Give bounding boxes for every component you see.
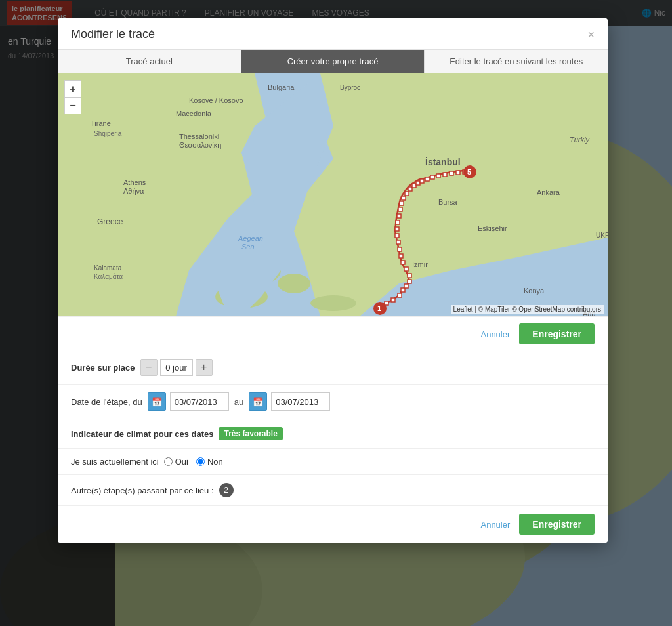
svg-text:1: 1 <box>377 304 381 312</box>
radio-group: Oui Non <box>164 457 223 467</box>
svg-rect-63 <box>425 177 429 181</box>
date-separator: au <box>234 397 243 407</box>
svg-text:Thessaloniki: Thessaloniki <box>179 133 219 140</box>
svg-point-11 <box>310 295 356 311</box>
svg-rect-55 <box>398 207 402 211</box>
map-footer: Annuler Enregistrer <box>58 316 608 351</box>
svg-rect-44 <box>408 280 411 283</box>
svg-rect-45 <box>408 274 411 278</box>
tab-routes[interactable]: Editer le tracé en suivant les routes <box>425 50 608 73</box>
map-attribution: Leaflet | © MapTiler © OpenStreetMap con… <box>451 305 604 314</box>
svg-text:Bursa: Bursa <box>438 198 458 206</box>
date-from-icon[interactable]: 📅 <box>148 392 166 411</box>
steps-badge: 2 <box>219 483 234 497</box>
date-row: Date de l'étape, du 📅 au 📅 <box>58 385 608 419</box>
radio-oui-option[interactable]: Oui <box>164 457 188 467</box>
modal-modify-trace: Modifier le tracé × Tracé actuel Créer v… <box>58 18 608 543</box>
date-to-input[interactable] <box>271 392 330 411</box>
svg-text:Sea: Sea <box>242 243 255 251</box>
svg-rect-67 <box>450 171 453 175</box>
svg-text:Ankara: Ankara <box>537 188 560 196</box>
duration-minus-button[interactable]: − <box>140 359 158 376</box>
svg-text:Shqipëria: Shqipëria <box>94 130 122 137</box>
svg-rect-64 <box>430 175 434 179</box>
duration-input[interactable] <box>160 359 193 376</box>
climate-row: Indicateur de climat pour ces dates Très… <box>58 419 608 449</box>
map-zoom-controls: + − <box>64 80 81 114</box>
svg-rect-61 <box>416 181 420 185</box>
svg-rect-41 <box>398 293 402 297</box>
svg-rect-40 <box>391 298 395 302</box>
svg-text:5: 5 <box>467 168 471 176</box>
svg-rect-53 <box>396 220 400 224</box>
svg-text:Καλαμάτα: Καλαμάτα <box>94 273 123 280</box>
modal-header: Modifier le tracé × <box>58 18 608 50</box>
svg-point-9 <box>278 274 310 293</box>
svg-rect-50 <box>396 240 400 244</box>
svg-rect-68 <box>456 171 460 175</box>
zoom-out-button[interactable]: − <box>64 97 81 114</box>
svg-rect-57 <box>402 196 406 200</box>
radio-non-input[interactable] <box>196 457 205 466</box>
svg-text:Athens: Athens <box>123 178 146 186</box>
modal-form-body: Durée sur place − + Date de l'étape, du … <box>58 351 608 505</box>
svg-text:Eskişehir: Eskişehir <box>478 224 507 232</box>
svg-text:Türkiy: Türkiy <box>570 136 590 144</box>
svg-rect-46 <box>404 267 408 271</box>
svg-text:Kosovë / Kosovo: Kosovë / Kosovo <box>189 96 243 104</box>
location-row: Je suis actuellement ici Oui Non <box>58 449 608 475</box>
duration-control: − + <box>140 359 213 376</box>
duration-row: Durée sur place − + <box>58 351 608 385</box>
footer-cancel-button[interactable]: Annuler <box>480 520 510 530</box>
svg-text:Greece: Greece <box>97 217 123 226</box>
duration-plus-button[interactable]: + <box>196 359 213 376</box>
map-container[interactable]: Greece Ionia Maro Kalamata Καλαμάτα Athe… <box>58 73 608 316</box>
svg-rect-58 <box>405 192 409 196</box>
svg-rect-49 <box>398 247 402 251</box>
svg-text:Konya: Konya <box>524 287 545 295</box>
date-to-group: 📅 <box>249 392 330 411</box>
modal-tabs: Tracé actuel Créer votre propre tracé Ed… <box>58 50 608 73</box>
svg-text:İstanbul: İstanbul <box>425 157 461 167</box>
svg-text:Macedonia: Macedonia <box>176 110 212 117</box>
climate-badge: Très favorable <box>219 427 282 440</box>
modal-close-button[interactable]: × <box>587 29 595 41</box>
map-save-button[interactable]: Enregistrer <box>519 323 595 344</box>
svg-rect-59 <box>408 187 412 191</box>
svg-rect-56 <box>400 201 404 205</box>
svg-rect-65 <box>436 174 440 178</box>
svg-text:Tiranë: Tiranë <box>91 119 111 127</box>
svg-rect-54 <box>397 214 401 218</box>
svg-rect-52 <box>395 227 399 231</box>
svg-text:Aegean: Aegean <box>238 234 263 242</box>
svg-text:İzmir: İzmir <box>412 261 428 268</box>
svg-rect-60 <box>412 184 416 188</box>
svg-rect-66 <box>443 173 447 177</box>
svg-rect-48 <box>399 254 403 258</box>
map-cancel-button[interactable]: Annuler <box>480 329 510 339</box>
tab-actuel[interactable]: Tracé actuel <box>58 50 242 73</box>
duration-label: Durée sur place <box>71 363 135 373</box>
svg-text:UKRAINE: UKRAINE <box>596 232 608 239</box>
svg-text:Αθήνα: Αθήνα <box>123 187 144 195</box>
svg-text:Bulgaria: Bulgaria <box>268 83 295 91</box>
date-from-input[interactable] <box>170 392 229 411</box>
modal-title: Modifier le tracé <box>71 28 155 41</box>
svg-rect-43 <box>404 284 408 288</box>
steps-row: Autre(s) étape(s) passant par ce lieu : … <box>58 475 608 505</box>
tab-propre[interactable]: Créer votre propre tracé <box>242 50 425 73</box>
location-label: Je suis actuellement ici <box>71 457 159 467</box>
svg-rect-51 <box>395 234 399 238</box>
date-to-icon[interactable]: 📅 <box>249 392 267 411</box>
radio-non-option[interactable]: Non <box>196 457 223 467</box>
radio-oui-input[interactable] <box>164 457 173 466</box>
steps-label: Autre(s) étape(s) passant par ce lieu : <box>71 486 214 495</box>
svg-rect-62 <box>420 179 424 183</box>
date-from-group: 📅 <box>148 392 229 411</box>
climate-label: Indicateur de climat pour ces dates <box>71 429 213 439</box>
svg-rect-47 <box>401 261 405 264</box>
modal-footer: Annuler Enregistrer <box>58 505 608 543</box>
footer-save-button[interactable]: Enregistrer <box>519 514 595 535</box>
zoom-in-button[interactable]: + <box>64 80 81 97</box>
svg-text:Byprос: Byprос <box>340 84 360 91</box>
